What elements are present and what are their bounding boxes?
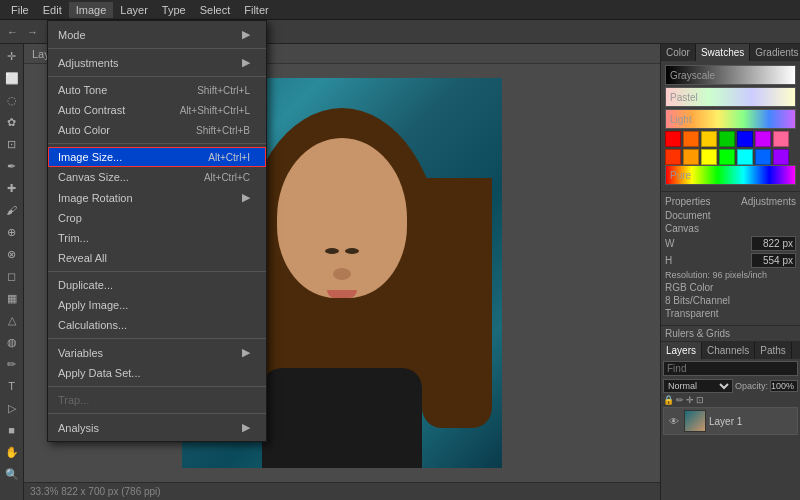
menu-shortcut-canvas-size: Alt+Ctrl+C xyxy=(204,172,250,183)
prop-width-input[interactable]: 822 px xyxy=(751,236,796,251)
prop-bitdepth: 8 Bits/Channel xyxy=(665,295,796,306)
tool-quick-select[interactable]: ✿ xyxy=(2,112,22,132)
menu-item-analysis[interactable]: Analysis▶ xyxy=(48,417,266,438)
tool-gradient[interactable]: ▦ xyxy=(2,288,22,308)
swatch-red[interactable] xyxy=(665,131,681,147)
tool-pen[interactable]: ✏ xyxy=(2,354,22,374)
menu-select[interactable]: Select xyxy=(193,2,238,18)
menu-item-apply-data-set[interactable]: Apply Data Set... xyxy=(48,363,266,383)
tool-blur[interactable]: △ xyxy=(2,310,22,330)
menu-item-label-apply-image: Apply Image... xyxy=(58,299,128,311)
tool-crop[interactable]: ⊡ xyxy=(2,134,22,154)
artboard-icon[interactable]: ⊡ xyxy=(696,395,704,405)
menu-item-label-crop: Crop xyxy=(58,212,82,224)
tool-brush[interactable]: 🖌 xyxy=(2,200,22,220)
swatch-pure[interactable]: Pure xyxy=(665,165,796,185)
tab-gradients[interactable]: Gradients xyxy=(750,44,800,61)
layer-1-thumb xyxy=(684,410,706,432)
layers-blend-select[interactable]: Normal xyxy=(663,379,733,393)
menu-item-auto-color[interactable]: Auto ColorShift+Ctrl+B xyxy=(48,120,266,140)
menu-item-label-mode: Mode xyxy=(58,29,86,41)
tool-dodge[interactable]: ◍ xyxy=(2,332,22,352)
properties-title: Properties xyxy=(665,196,711,207)
menu-item-trap: Trap... xyxy=(48,390,266,410)
menu-edit[interactable]: Edit xyxy=(36,2,69,18)
swatch-g2[interactable] xyxy=(719,149,735,165)
tab-layers[interactable]: Layers xyxy=(661,342,702,359)
menu-item-apply-image[interactable]: Apply Image... xyxy=(48,295,266,315)
menu-item-reveal-all[interactable]: Reveal All xyxy=(48,248,266,268)
menu-separator xyxy=(48,271,266,272)
swatch-pastel[interactable]: Pastel xyxy=(665,87,796,107)
swatch-p2[interactable] xyxy=(773,149,789,165)
prop-height-input[interactable]: 554 px xyxy=(751,253,796,268)
menu-type[interactable]: Type xyxy=(155,2,193,18)
tool-shape[interactable]: ■ xyxy=(2,420,22,440)
layer-1-eye-icon[interactable]: 👁 xyxy=(667,414,681,428)
swatch-grayscale[interactable]: Grayscale xyxy=(665,65,796,85)
tool-zoom[interactable]: 🔍 xyxy=(2,464,22,484)
image-menu: Mode▶Adjustments▶Auto ToneShift+Ctrl+LAu… xyxy=(47,20,267,442)
menu-item-label-adjustments: Adjustments xyxy=(58,57,119,69)
swatch-orange[interactable] xyxy=(683,131,699,147)
tool-heal[interactable]: ✚ xyxy=(2,178,22,198)
prop-resolution: Resolution: 96 pixels/inch xyxy=(665,270,796,280)
tool-clone[interactable]: ⊕ xyxy=(2,222,22,242)
tool-select-rect[interactable]: ⬜ xyxy=(2,68,22,88)
swatches-content: Grayscale Pastel Light xyxy=(661,61,800,192)
menu-item-crop[interactable]: Crop xyxy=(48,208,266,228)
menu-item-auto-contrast[interactable]: Auto ContrastAlt+Shift+Ctrl+L xyxy=(48,100,266,120)
layers-search-input[interactable] xyxy=(663,361,798,376)
swatch-blue[interactable] xyxy=(737,131,753,147)
tool-path[interactable]: ▷ xyxy=(2,398,22,418)
menu-item-canvas-size[interactable]: Canvas Size...Alt+Ctrl+C xyxy=(48,167,266,187)
tool-lasso[interactable]: ◌ xyxy=(2,90,22,110)
toolbar-forward[interactable]: → xyxy=(24,26,41,38)
tool-hand[interactable]: ✋ xyxy=(2,442,22,462)
toolbar-back[interactable]: ← xyxy=(4,26,21,38)
menu-item-auto-tone[interactable]: Auto ToneShift+Ctrl+L xyxy=(48,80,266,100)
canvas-status: 33.3% 822 x 700 px (786 ppi) xyxy=(24,482,660,500)
brush-icon[interactable]: ✏ xyxy=(676,395,684,405)
menu-file[interactable]: File xyxy=(4,2,36,18)
swatch-o2[interactable] xyxy=(683,149,699,165)
menu-item-image-rotation[interactable]: Image Rotation▶ xyxy=(48,187,266,208)
tool-move[interactable]: ✛ xyxy=(2,46,22,66)
tab-color[interactable]: Color xyxy=(661,44,696,61)
layer-1-row[interactable]: 👁 Layer 1 xyxy=(663,407,798,435)
menu-item-trim[interactable]: Trim... xyxy=(48,228,266,248)
menu-item-label-canvas-size: Canvas Size... xyxy=(58,171,129,183)
tool-history[interactable]: ⊗ xyxy=(2,244,22,264)
tab-paths[interactable]: Paths xyxy=(755,342,792,359)
menu-layer[interactable]: Layer xyxy=(113,2,155,18)
menu-item-label-image-size: Image Size... xyxy=(58,151,122,163)
menu-item-duplicate[interactable]: Duplicate... xyxy=(48,275,266,295)
swatch-r2[interactable] xyxy=(665,149,681,165)
menu-image[interactable]: Image xyxy=(69,2,114,18)
prop-document-label: Document xyxy=(665,210,796,221)
menu-shortcut-auto-contrast: Alt+Shift+Ctrl+L xyxy=(180,105,250,116)
layers-opacity-input[interactable] xyxy=(770,380,798,392)
swatch-yellow[interactable] xyxy=(701,131,717,147)
tool-eyedropper[interactable]: ✒ xyxy=(2,156,22,176)
menu-item-mode[interactable]: Mode▶ xyxy=(48,24,266,45)
menu-item-label-duplicate: Duplicate... xyxy=(58,279,113,291)
tool-text[interactable]: T xyxy=(2,376,22,396)
swatch-b2[interactable] xyxy=(755,149,771,165)
tab-swatches[interactable]: Swatches xyxy=(696,44,750,61)
tab-channels[interactable]: Channels xyxy=(702,342,755,359)
menu-item-calculations[interactable]: Calculations... xyxy=(48,315,266,335)
menu-item-adjustments[interactable]: Adjustments▶ xyxy=(48,52,266,73)
swatch-purple[interactable] xyxy=(755,131,771,147)
menu-filter[interactable]: Filter xyxy=(237,2,275,18)
menu-item-image-size[interactable]: Image Size...Alt+Ctrl+I xyxy=(48,147,266,167)
swatch-y2[interactable] xyxy=(701,149,717,165)
move-icon[interactable]: ✛ xyxy=(686,395,694,405)
tool-eraser[interactable]: ◻ xyxy=(2,266,22,286)
swatch-cyan[interactable] xyxy=(737,149,753,165)
swatch-green[interactable] xyxy=(719,131,735,147)
menu-item-variables[interactable]: Variables▶ xyxy=(48,342,266,363)
swatch-light[interactable]: Light xyxy=(665,109,796,129)
prop-res-label: Resolution: 96 pixels/inch xyxy=(665,270,796,280)
swatch-pink[interactable] xyxy=(773,131,789,147)
